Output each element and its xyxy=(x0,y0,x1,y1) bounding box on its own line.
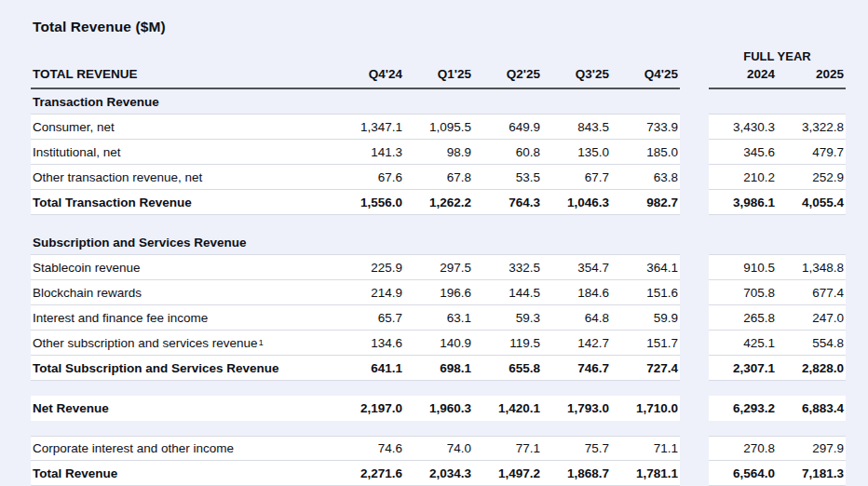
revenue-table: FULL YEAR TOTAL REVENUE Q4'24 Q1'25 Q2'2… xyxy=(31,48,846,486)
cell-quarter-2: 144.5 xyxy=(473,280,542,305)
cell-full-year-1: 677.4 xyxy=(777,280,846,305)
row-label-text: Total Subscription and Services Revenue xyxy=(33,361,279,375)
cell-quarter-3: 64.8 xyxy=(542,305,611,331)
cell-full-year-0: 3,986.1 xyxy=(709,190,777,215)
cell-quarter-0: 1,347.1 xyxy=(335,115,404,140)
cell-quarter-0: 67.6 xyxy=(335,165,404,190)
row-label-text: Net Revenue xyxy=(33,401,109,415)
row-label-text: Stablecoin revenue xyxy=(33,261,141,275)
cell-quarter-2: 332.5 xyxy=(473,255,542,280)
cell-quarter-1: 2,034.3 xyxy=(404,461,473,486)
cell-quarter-4: 63.8 xyxy=(611,165,680,190)
cell-quarter-2 xyxy=(473,230,542,255)
column-gutter xyxy=(680,140,709,165)
cell-full-year-0: 265.8 xyxy=(709,305,777,331)
cell-full-year-1: 2,828.0 xyxy=(777,356,846,381)
cell-quarter-3: 1,868.7 xyxy=(542,461,611,486)
cell-full-year-1: 247.0 xyxy=(777,305,846,331)
column-header-q4-24: Q4'24 xyxy=(335,65,404,89)
cell-quarter-1: 63.1 xyxy=(404,305,473,331)
column-header-fy-2024: 2024 xyxy=(709,65,777,89)
row-label: Total Subscription and Services Revenue xyxy=(31,356,335,381)
cell-quarter-4: 733.9 xyxy=(611,115,680,140)
cell-quarter-0: 225.9 xyxy=(335,255,404,280)
column-header-q3-25: Q3'25 xyxy=(542,65,611,89)
row-label-text: Total Transaction Revenue xyxy=(33,196,192,209)
cell-quarter-0: 214.9 xyxy=(335,280,404,305)
row-label: Consumer, net xyxy=(31,115,335,140)
cell-full-year-1: 3,322.8 xyxy=(777,115,846,140)
cell-full-year-1: 252.9 xyxy=(777,165,846,190)
row-label: Transaction Revenue xyxy=(31,89,335,115)
cell-full-year-0: 270.8 xyxy=(709,436,777,461)
cell-full-year-1: 7,181.3 xyxy=(777,461,846,486)
cell-quarter-0: 2,271.6 xyxy=(335,461,404,486)
cell-full-year-0 xyxy=(709,230,777,255)
cell-full-year-1: 6,883.4 xyxy=(777,396,846,421)
cell-full-year-0 xyxy=(709,89,777,115)
cell-quarter-4 xyxy=(611,89,680,115)
cell-quarter-3: 184.6 xyxy=(542,280,611,305)
cell-quarter-3: 67.7 xyxy=(542,165,611,190)
column-gutter xyxy=(680,280,709,305)
cell-full-year-1: 479.7 xyxy=(777,140,846,165)
table-row: Other transaction revenue, net67.667.853… xyxy=(31,165,846,190)
table-row: Consumer, net1,347.11,095.5649.9843.5733… xyxy=(31,115,846,140)
row-label: Net Revenue xyxy=(31,396,335,421)
column-gutter xyxy=(680,461,709,486)
table-row: Transaction Revenue xyxy=(31,89,846,115)
table-row: Other subscription and services revenue1… xyxy=(31,331,846,356)
table-row: Corporate interest and other income74.67… xyxy=(31,436,846,461)
column-header-q1-25: Q1'25 xyxy=(404,65,473,89)
table-row: Interest and finance fee income65.763.15… xyxy=(31,305,846,331)
row-label-text: Subscription and Services Revenue xyxy=(33,236,247,250)
table-row: Total Subscription and Services Revenue6… xyxy=(31,356,846,381)
table-body: Transaction RevenueConsumer, net1,347.11… xyxy=(31,89,846,486)
cell-quarter-3: 354.7 xyxy=(542,255,611,280)
cell-full-year-0: 345.6 xyxy=(709,140,777,165)
column-header-row: TOTAL REVENUE Q4'24 Q1'25 Q2'25 Q3'25 Q4… xyxy=(31,65,846,89)
full-year-header-row: FULL YEAR xyxy=(31,48,846,65)
revenue-report-page: Total Revenue ($M) FULL YEAR TOTAL REVEN… xyxy=(0,0,868,486)
cell-quarter-1: 1,095.5 xyxy=(404,115,473,140)
cell-quarter-2: 1,497.2 xyxy=(473,461,542,486)
cell-quarter-0: 1,556.0 xyxy=(335,190,404,215)
row-label: Institutional, net xyxy=(31,140,335,165)
row-label-text: Institutional, net xyxy=(33,145,121,159)
cell-quarter-3 xyxy=(542,89,611,115)
table-row: Blockchain rewards214.9196.6144.5184.615… xyxy=(31,280,846,305)
cell-quarter-4: 727.4 xyxy=(611,356,680,381)
column-gutter xyxy=(680,356,709,381)
cell-full-year-0: 425.1 xyxy=(709,331,777,356)
cell-quarter-3: 1,793.0 xyxy=(542,396,611,421)
column-gutter xyxy=(680,436,709,461)
column-gutter xyxy=(680,89,709,115)
cell-quarter-4: 185.0 xyxy=(611,140,680,165)
section-gap xyxy=(31,381,846,396)
cell-quarter-2: 119.5 xyxy=(473,331,542,356)
column-gutter xyxy=(680,331,709,356)
cell-quarter-0: 641.1 xyxy=(335,356,404,381)
row-label: Total Transaction Revenue xyxy=(31,190,335,215)
cell-quarter-1 xyxy=(404,230,473,255)
cell-full-year-0: 705.8 xyxy=(709,280,777,305)
cell-full-year-0: 210.2 xyxy=(709,165,777,190)
column-gutter xyxy=(680,230,709,255)
cell-quarter-4: 59.9 xyxy=(611,305,680,331)
cell-full-year-1 xyxy=(777,230,846,255)
column-gutter xyxy=(680,115,709,140)
row-label-text: Blockchain rewards xyxy=(33,286,142,300)
cell-quarter-3: 75.7 xyxy=(542,436,611,461)
cell-quarter-0: 74.6 xyxy=(335,436,404,461)
cell-full-year-1: 297.9 xyxy=(777,436,846,461)
table-row: Total Transaction Revenue1,556.01,262.27… xyxy=(31,190,846,215)
cell-quarter-1: 98.9 xyxy=(404,140,473,165)
row-label-text: Interest and finance fee income xyxy=(33,311,208,325)
cell-quarter-1: 74.0 xyxy=(404,436,473,461)
column-gutter xyxy=(680,396,709,421)
cell-full-year-0: 6,564.0 xyxy=(709,461,777,486)
cell-quarter-3: 135.0 xyxy=(542,140,611,165)
row-label-text: Other transaction revenue, net xyxy=(33,170,202,184)
cell-full-year-0: 6,293.2 xyxy=(709,396,777,421)
cell-quarter-0: 65.7 xyxy=(335,305,404,331)
